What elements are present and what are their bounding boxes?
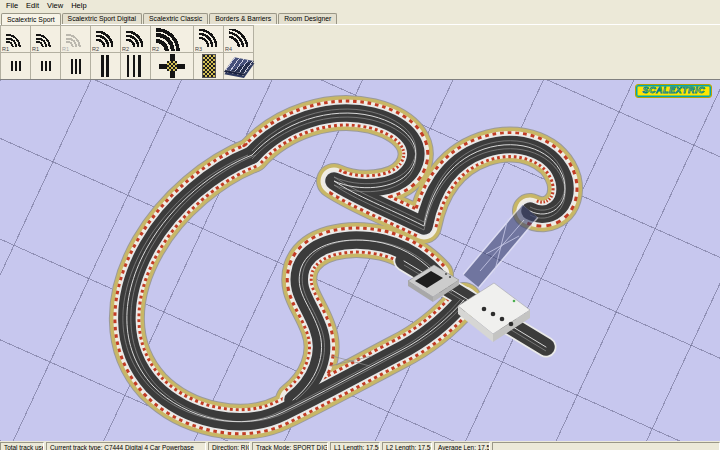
tab-room-designer[interactable]: Room Designer [278, 13, 337, 24]
status-total-track-used: Total track used: 1 [0, 442, 44, 450]
menu-view[interactable]: View [43, 1, 67, 10]
curve-r1-icon [6, 29, 26, 47]
palette-lane-change-straight[interactable] [120, 52, 151, 80]
design-canvas[interactable]: SCALEXTRIC [0, 79, 720, 441]
palette-curve-r1-a[interactable]: R1 [0, 25, 31, 53]
half-straight-icon [71, 59, 81, 74]
palette-quarter-straight-a[interactable] [0, 52, 31, 80]
palette-curve-r2-large[interactable]: R2 [150, 25, 194, 53]
tab-borders-barriers[interactable]: Borders & Barriers [209, 13, 277, 24]
track-layout[interactable] [0, 80, 720, 441]
quarter-straight-icon [11, 61, 21, 71]
track-range-tabs: Scalextric Sport Scalextric Sport Digita… [0, 10, 720, 24]
quarter-straight-icon [41, 61, 51, 71]
palette-half-straight[interactable] [60, 52, 91, 80]
status-filler [492, 442, 720, 450]
lane-change-straight-icon [127, 55, 144, 77]
track-tarmac [123, 109, 565, 422]
palette-curve-r3[interactable]: R3 [193, 25, 224, 53]
palette-row-curves: R1 R1 R1 R2 R2 R2 R3 R4 [0, 25, 720, 52]
curve-r1-icon [36, 29, 56, 47]
palette-crossroads[interactable] [150, 52, 194, 80]
menu-file[interactable]: File [2, 1, 22, 10]
status-l1-length: L1 Length: 17.5cm [330, 442, 380, 450]
powerbase-unit[interactable] [458, 283, 530, 342]
curve-r4-icon [229, 29, 249, 47]
tab-scalextric-classic[interactable]: Scalextric Classic [143, 13, 208, 24]
menu-help[interactable]: Help [67, 1, 90, 10]
palette-curve-r1-disabled: R1 [60, 25, 91, 53]
palette-quarter-straight-b[interactable] [30, 52, 61, 80]
palette-powerbase[interactable] [223, 52, 254, 80]
curve-r2-large-icon [156, 27, 188, 51]
curve-r2-icon [126, 29, 146, 47]
status-track-mode: Track Mode: SPORT DIGITAL [252, 442, 328, 450]
menu-bar: File Edit View Help [0, 0, 720, 10]
lane-change-marking [426, 272, 452, 292]
palette-row-straights [0, 52, 720, 79]
lane-change-marking [330, 356, 372, 366]
powerbase-icon [223, 57, 253, 76]
app-window: { "menu": { "items": ["File", "Edit", "V… [0, 0, 720, 450]
status-average-length: Average Len: 17.5cm [434, 442, 490, 450]
menu-edit[interactable]: Edit [22, 1, 43, 10]
status-direction: Direction: RIGHT [208, 442, 250, 450]
curve-r3-icon [199, 29, 219, 47]
palette-full-straight[interactable] [90, 52, 121, 80]
palette-start-grid[interactable] [193, 52, 224, 80]
curve-r1-icon [66, 29, 86, 47]
track-borders [127, 113, 565, 422]
status-bar: Total track used: 1 Current track type: … [0, 441, 720, 450]
status-l2-length: L2 Length: 17.5cm [382, 442, 432, 450]
tab-scalextric-sport[interactable]: Scalextric Sport [1, 13, 61, 25]
ghost-track-piece[interactable] [471, 211, 530, 281]
start-grid-icon [202, 54, 216, 78]
palette-curve-r2-a[interactable]: R2 [90, 25, 121, 53]
lap-counter-unit[interactable] [408, 265, 459, 302]
track-piece-palette: R1 R1 R1 R2 R2 R2 R3 R4 [0, 24, 720, 79]
palette-curve-r4[interactable]: R4 [223, 25, 254, 53]
crossroads-icon [159, 54, 185, 78]
tab-scalextric-sport-digital[interactable]: Scalextric Sport Digital [62, 13, 142, 24]
palette-curve-r1-b[interactable]: R1 [30, 25, 61, 53]
palette-curve-r2-b[interactable]: R2 [120, 25, 151, 53]
full-straight-icon [101, 55, 110, 77]
scalextric-logo: SCALEXTRIC [635, 84, 712, 98]
status-current-track-type: Current track type: C7444 Digital 4 Car … [46, 442, 206, 450]
curve-r2-icon [96, 29, 116, 47]
